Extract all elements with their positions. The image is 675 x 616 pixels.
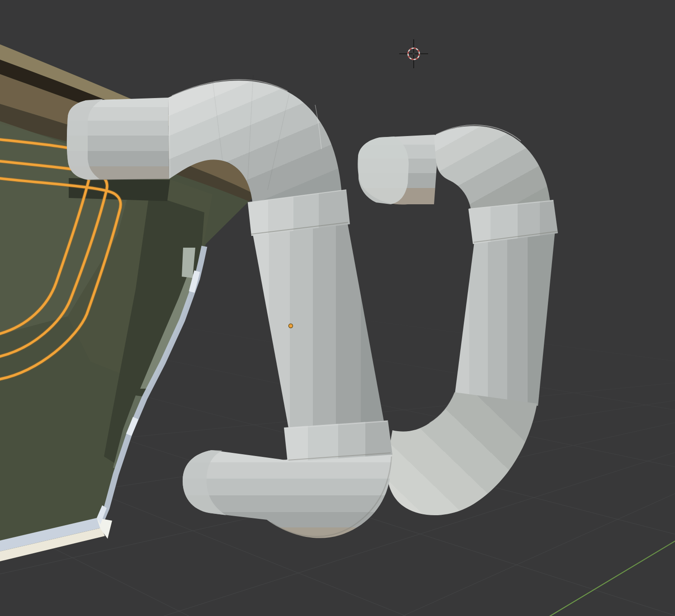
viewport-3d[interactable] xyxy=(0,0,675,616)
pipe-right-stub-cap xyxy=(358,136,409,204)
cursor-center-gap xyxy=(413,53,415,55)
pipe-left-collar-bottom xyxy=(284,420,392,462)
origin-dot[interactable] xyxy=(289,324,293,328)
